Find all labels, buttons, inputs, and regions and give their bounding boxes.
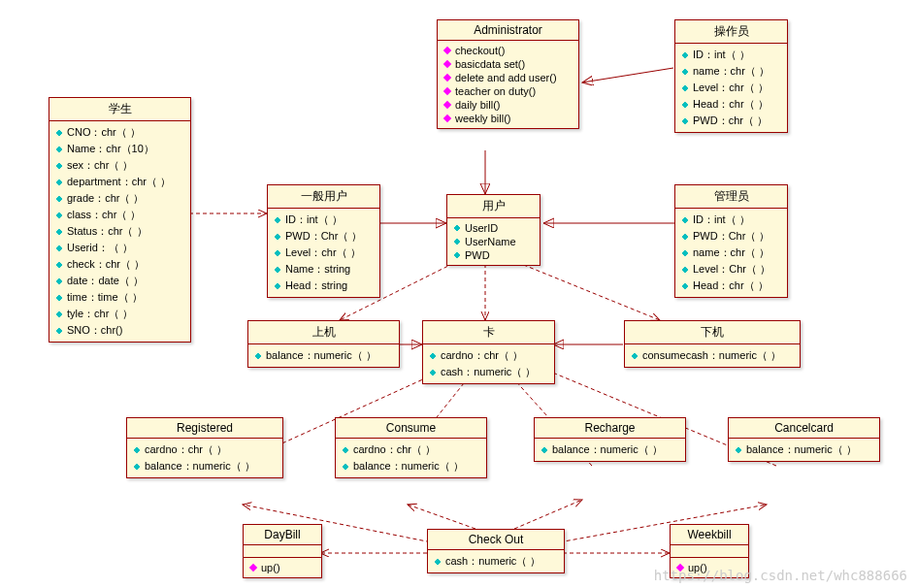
class-title: 上机: [248, 321, 399, 344]
attribute-icon: [54, 310, 64, 319]
attribute-icon: [273, 281, 282, 291]
attribute-icon: [452, 250, 462, 260]
attribute-icon: [54, 326, 64, 336]
attribute-icon: [54, 227, 64, 237]
operation-icon: [442, 73, 452, 82]
svg-line-16: [514, 500, 582, 529]
attribute-icon: [54, 277, 64, 286]
class-general-user: 一般用户 ID：int（ ） PWD：Chr（ ） Level：chr（ ） N…: [267, 184, 380, 298]
attribute-icon: [273, 248, 282, 258]
attribute-icon: [341, 462, 350, 472]
operation-icon: [442, 100, 452, 110]
class-administrator: Administrator checkout() basicdata set()…: [437, 19, 579, 129]
attribute-icon: [680, 100, 690, 110]
class-checkout: Check Out cash：numeric（ ）: [427, 529, 565, 573]
svg-line-15: [408, 505, 475, 529]
attribute-icon: [680, 248, 690, 258]
svg-line-3: [582, 68, 673, 82]
operation-icon: [442, 114, 452, 123]
attribute-icon: [452, 223, 462, 233]
class-title: Registered: [127, 418, 282, 439]
class-recharge: Recharge balance：numeric（ ）: [534, 417, 686, 462]
attribute-icon: [253, 351, 263, 361]
attribute-icon: [341, 445, 350, 455]
class-user: 用户 UserID UserName PWD: [446, 194, 540, 266]
class-title: 管理员: [675, 185, 787, 209]
attribute-icon: [680, 215, 690, 225]
class-title: Check Out: [428, 530, 564, 550]
attribute-icon: [273, 215, 282, 225]
attribute-icon: [132, 445, 142, 455]
attribute-icon: [54, 293, 64, 303]
class-offline: 下机 consumecash：numeric（ ）: [624, 320, 801, 368]
attribute-icon: [54, 194, 64, 204]
class-online: 上机 balance：numeric（ ）: [247, 320, 400, 368]
class-student: 学生 CNO：chr（ ） Name：chr（10） sex：chr（ ） de…: [49, 97, 191, 343]
class-registered: Registered cardno：chr（ ） balance：numeric…: [126, 417, 283, 478]
attribute-icon: [273, 232, 282, 242]
attribute-icon: [54, 128, 64, 138]
class-operator: 操作员 ID：int（ ） name：chr（ ） Level：chr（ ） H…: [674, 19, 788, 133]
class-title: Cancelcard: [729, 418, 879, 439]
attribute-icon: [680, 50, 690, 60]
class-title: Administrator: [438, 20, 578, 41]
attribute-icon: [452, 237, 462, 246]
attribute-icon: [54, 211, 64, 220]
attribute-icon: [680, 232, 690, 242]
class-admin: 管理员 ID：int（ ） PWD：Chr（ ） name：chr（ ） Lev…: [674, 184, 788, 298]
class-cancelcard: Cancelcard balance：numeric（ ）: [728, 417, 880, 462]
operation-icon: [442, 86, 452, 96]
class-title: 一般用户: [268, 185, 379, 209]
attribute-icon: [54, 260, 64, 270]
attribute-icon: [680, 116, 690, 126]
class-card: 卡 cardno：chr（ ） cash：numeric（ ）: [422, 320, 555, 384]
operation-icon: [442, 46, 452, 55]
attribute-icon: [54, 161, 64, 171]
class-title: 下机: [625, 321, 800, 344]
attribute-icon: [54, 244, 64, 253]
attribute-icon: [680, 281, 690, 291]
attribute-icon: [680, 83, 690, 93]
operation-icon: [248, 563, 258, 572]
attribute-icon: [680, 67, 690, 77]
class-title: 操作员: [675, 20, 787, 44]
attribute-icon: [273, 265, 282, 275]
attribute-icon: [433, 557, 442, 567]
attribute-icon: [132, 462, 142, 472]
attribute-icon: [734, 445, 743, 455]
attribute-icon: [540, 445, 549, 455]
attribute-icon: [630, 351, 639, 361]
svg-line-9: [505, 257, 660, 320]
class-consume: Consume cardno：chr（ ） balance：numeric（ ）: [335, 417, 487, 478]
attribute-icon: [54, 178, 64, 187]
watermark: https://blog.csdn.net/whc888666: [654, 568, 907, 583]
class-title: Consume: [336, 418, 486, 439]
attribute-icon: [54, 145, 64, 154]
attribute-icon: [428, 351, 438, 361]
attribute-icon: [428, 368, 438, 377]
class-daybill: DayBill up(): [243, 524, 322, 578]
class-title: Recharge: [535, 418, 685, 439]
class-title: 用户: [447, 195, 540, 218]
operation-icon: [442, 59, 452, 69]
class-title: 卡: [423, 321, 554, 344]
class-title: 学生: [49, 98, 190, 121]
attribute-icon: [680, 265, 690, 275]
class-title: Weekbill: [671, 525, 748, 545]
class-title: DayBill: [244, 525, 321, 545]
